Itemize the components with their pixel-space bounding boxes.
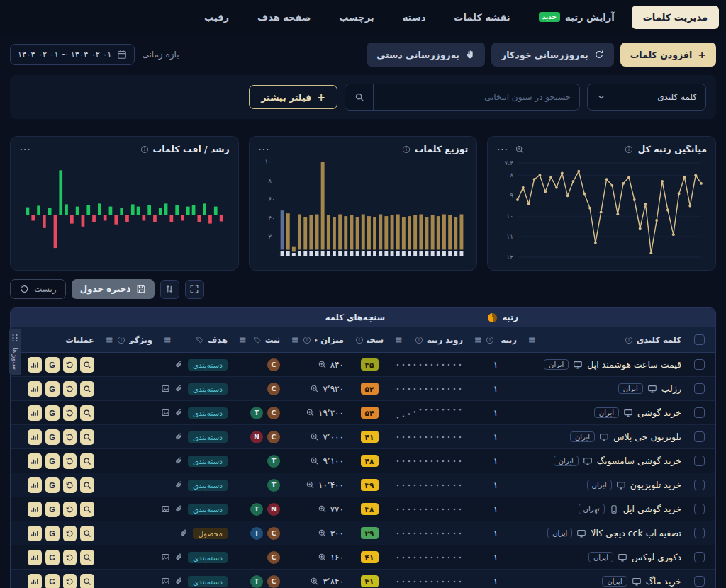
google-action-button[interactable]: G <box>45 502 60 517</box>
row-checkbox[interactable] <box>694 528 705 538</box>
search-button[interactable] <box>345 84 374 110</box>
keyword-text[interactable]: تلویزیون جی پلاس <box>613 431 681 442</box>
column-menu-icon[interactable]: ≡ <box>528 334 536 345</box>
more-menu-icon[interactable]: ⋯ <box>496 147 508 152</box>
tab-words-map[interactable]: نقشه کلمات <box>442 6 521 29</box>
row-checkbox[interactable] <box>694 456 705 466</box>
row-checkbox[interactable] <box>694 359 705 370</box>
history-action-button[interactable] <box>63 477 77 493</box>
row-checkbox[interactable] <box>694 407 705 418</box>
report-action-button[interactable] <box>28 477 42 493</box>
column-header-features[interactable]: ویژگی نتایج≡ <box>100 334 158 345</box>
keyword-text[interactable]: تصفیه اب cck دیجی کالا <box>591 528 681 538</box>
row-checkbox[interactable] <box>694 504 705 514</box>
google-action-button[interactable]: G <box>45 477 60 493</box>
keyword-text[interactable]: خرید گوشی <box>637 407 681 418</box>
history-action-button[interactable] <box>63 357 77 373</box>
reset-button[interactable]: ریست <box>10 279 66 299</box>
search-action-button[interactable] <box>80 526 94 541</box>
tab-words-management[interactable]: مدیریت کلمات <box>632 6 719 29</box>
column-header-target[interactable]: هدف≡ <box>158 334 233 345</box>
row-checkbox[interactable] <box>694 576 705 587</box>
search-action-button[interactable] <box>80 550 94 565</box>
google-action-button[interactable]: G <box>45 381 60 397</box>
fullscreen-button[interactable] <box>185 280 204 299</box>
zoom-icon[interactable] <box>318 553 327 562</box>
zoom-icon[interactable] <box>318 528 327 538</box>
tab-category[interactable]: دسته <box>391 6 437 29</box>
report-action-button[interactable] <box>28 502 42 517</box>
more-menu-icon[interactable]: ⋯ <box>258 147 270 152</box>
report-action-button[interactable] <box>28 574 42 588</box>
zoom-icon[interactable] <box>310 384 319 393</box>
google-action-button[interactable]: G <box>45 550 60 565</box>
search-action-button[interactable] <box>80 477 94 493</box>
report-action-button[interactable] <box>28 405 42 421</box>
column-header-trend[interactable]: روند رتبه≡ <box>389 334 469 345</box>
keyword-text[interactable]: خرید تلویزیون <box>630 480 681 490</box>
report-action-button[interactable] <box>28 357 42 373</box>
history-action-button[interactable] <box>63 453 77 469</box>
search-action-button[interactable] <box>80 357 94 373</box>
keyword-text[interactable]: دکوری لوکس <box>632 552 681 562</box>
zoom-icon[interactable] <box>515 145 525 154</box>
google-action-button[interactable]: G <box>45 453 60 469</box>
column-header-rank[interactable]: رتبه فعلی≡ <box>469 334 523 345</box>
google-action-button[interactable]: G <box>45 429 60 445</box>
history-action-button[interactable] <box>63 574 77 588</box>
report-action-button[interactable] <box>28 429 42 445</box>
column-header-sabt[interactable]: ثبت≡ <box>233 334 286 345</box>
save-table-button[interactable]: ذخیره جدول <box>72 279 155 299</box>
row-checkbox[interactable] <box>694 552 705 562</box>
row-checkbox[interactable] <box>694 431 705 442</box>
row-height-button[interactable] <box>160 280 179 299</box>
more-menu-icon[interactable]: ⋯ <box>19 147 31 152</box>
zoom-icon[interactable] <box>318 504 327 514</box>
keyword-text[interactable]: قیمت ساعت هوشمند اپل <box>587 359 681 370</box>
history-action-button[interactable] <box>63 429 77 445</box>
zoom-icon[interactable] <box>306 480 315 490</box>
google-action-button[interactable]: G <box>45 526 60 541</box>
column-header-keyword[interactable]: کلمه کلیدی≡ <box>523 334 687 345</box>
keyword-text[interactable]: خرید گوشی اپل <box>623 504 681 514</box>
report-action-button[interactable] <box>28 526 42 541</box>
column-header-ops[interactable]: عملیات <box>22 335 100 345</box>
column-menu-icon[interactable]: ≡ <box>474 334 482 345</box>
search-action-button[interactable] <box>80 381 94 397</box>
select-all-checkbox[interactable] <box>694 334 705 345</box>
search-action-button[interactable] <box>80 405 94 421</box>
search-action-button[interactable] <box>80 453 94 469</box>
tab-target-page[interactable]: صفحه هدف <box>246 6 322 29</box>
zoom-icon[interactable] <box>310 456 319 465</box>
google-action-button[interactable]: G <box>45 405 60 421</box>
column-menu-icon[interactable]: ≡ <box>164 334 172 345</box>
history-action-button[interactable] <box>63 405 77 421</box>
column-select[interactable]: کلمه کلیدی <box>587 84 706 111</box>
keyword-text[interactable]: خرید گوشی سامسونگ <box>597 456 681 466</box>
history-action-button[interactable] <box>63 550 77 565</box>
row-checkbox[interactable] <box>694 480 705 490</box>
zoom-icon[interactable] <box>310 577 319 586</box>
keyword-text[interactable]: رژلب <box>661 383 681 394</box>
auto-update-button[interactable]: به‌روزرسانی خودکار <box>491 43 614 67</box>
column-menu-icon[interactable]: ≡ <box>106 334 113 345</box>
zoom-icon[interactable] <box>310 432 319 441</box>
history-action-button[interactable] <box>63 526 77 541</box>
report-action-button[interactable] <box>28 381 42 397</box>
search-input[interactable] <box>374 84 579 110</box>
add-words-button[interactable]: + افزودن کلمات <box>620 43 716 67</box>
keyword-text[interactable]: خرید ماگ <box>646 576 681 587</box>
tab-tag[interactable]: برچسب <box>328 6 385 29</box>
tab-rank-arrangement[interactable]: آرایش رتبهجدید <box>527 6 626 29</box>
zoom-icon[interactable] <box>318 360 327 369</box>
tab-competitor[interactable]: رقیب <box>193 6 240 29</box>
google-action-button[interactable]: G <box>45 574 60 588</box>
search-action-button[interactable] <box>80 574 94 588</box>
columns-panel-tab[interactable]: ستون‌ها <box>9 329 21 375</box>
report-action-button[interactable] <box>28 550 42 565</box>
column-menu-icon[interactable]: ≡ <box>291 334 299 345</box>
google-action-button[interactable]: G <box>45 357 60 373</box>
column-header-difficulty[interactable]: سختی <box>350 335 389 345</box>
date-range-picker[interactable]: ۱۴۰۴-۰۲-۰۱ ~ ۱۴۰۴-۰۲-۰۱ <box>10 44 135 65</box>
more-filters-button[interactable]: + فیلتر بیشتر <box>249 85 337 109</box>
